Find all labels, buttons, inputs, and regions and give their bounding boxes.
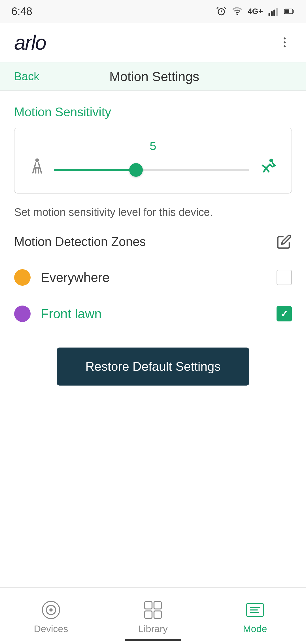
nav-item-devices[interactable]: Devices bbox=[0, 597, 102, 634]
nav-item-library[interactable]: Library bbox=[102, 597, 204, 634]
bottom-nav: Devices Library Mode bbox=[0, 587, 306, 644]
svg-rect-6 bbox=[273, 10, 275, 16]
checkbox-checkmark: ✓ bbox=[280, 308, 288, 319]
battery-icon bbox=[284, 6, 295, 17]
nav-label-library: Library bbox=[138, 623, 168, 634]
svg-rect-19 bbox=[154, 611, 162, 618]
restore-defaults-button[interactable]: Restore Default Settings bbox=[57, 348, 249, 386]
fast-motion-icon bbox=[258, 158, 277, 182]
svg-point-11 bbox=[35, 158, 39, 162]
nav-header: Back Motion Settings bbox=[0, 62, 306, 91]
zone-dot-frontlawn bbox=[14, 306, 31, 322]
slider-row bbox=[29, 158, 277, 182]
page-title: Motion Settings bbox=[39, 69, 269, 84]
back-button[interactable]: Back bbox=[14, 70, 39, 83]
nav-label-mode: Mode bbox=[243, 623, 267, 634]
library-icon bbox=[143, 600, 163, 620]
home-indicator bbox=[125, 639, 181, 641]
main-content: Motion Sensitivity 5 bbox=[0, 91, 306, 400]
svg-line-1 bbox=[217, 7, 218, 9]
more-dot-1 bbox=[284, 37, 286, 39]
svg-rect-7 bbox=[276, 8, 278, 16]
motion-detection-zones-section: Motion Detection Zones Everywhere Front … bbox=[14, 234, 292, 386]
wifi-icon bbox=[232, 6, 243, 17]
devices-icon bbox=[41, 600, 61, 620]
more-dot-3 bbox=[284, 45, 286, 47]
app-header: arlo bbox=[0, 23, 306, 62]
mode-icon bbox=[245, 600, 265, 620]
svg-point-15 bbox=[49, 608, 53, 612]
svg-rect-18 bbox=[145, 611, 152, 618]
slider-value: 5 bbox=[29, 139, 277, 153]
zone-label-everywhere: Everywhere bbox=[41, 270, 277, 285]
slider-track[interactable] bbox=[54, 169, 249, 171]
svg-rect-4 bbox=[269, 13, 270, 16]
svg-rect-17 bbox=[154, 602, 162, 609]
zone-checkbox-frontlawn[interactable]: ✓ bbox=[277, 306, 292, 321]
app-logo: arlo bbox=[14, 31, 46, 54]
svg-rect-5 bbox=[271, 11, 273, 16]
svg-rect-16 bbox=[145, 602, 152, 609]
zones-header: Motion Detection Zones bbox=[14, 234, 292, 249]
status-time: 6:48 bbox=[11, 5, 32, 18]
zone-label-frontlawn: Front lawn bbox=[41, 306, 277, 321]
svg-rect-9 bbox=[285, 9, 289, 13]
slider-fill bbox=[54, 169, 136, 171]
svg-point-12 bbox=[269, 159, 273, 162]
more-options-button[interactable] bbox=[277, 35, 292, 50]
status-bar: 6:48 4G+ bbox=[0, 0, 306, 23]
zone-item-frontlawn[interactable]: Front lawn ✓ bbox=[14, 297, 292, 331]
slider-container: 5 bbox=[14, 128, 292, 193]
zone-item-everywhere[interactable]: Everywhere bbox=[14, 261, 292, 294]
motion-sensitivity-section: Motion Sensitivity 5 bbox=[14, 105, 292, 220]
more-dot-2 bbox=[284, 41, 286, 43]
network-type-icon: 4G+ bbox=[248, 7, 263, 16]
nav-item-mode[interactable]: Mode bbox=[204, 597, 306, 634]
zone-checkbox-everywhere[interactable] bbox=[277, 270, 292, 285]
svg-line-2 bbox=[224, 7, 226, 9]
slow-motion-icon bbox=[29, 158, 46, 182]
nav-label-devices: Devices bbox=[34, 623, 68, 634]
motion-sensitivity-title: Motion Sensitivity bbox=[14, 105, 292, 119]
slider-thumb[interactable] bbox=[129, 163, 143, 177]
signal-icon bbox=[268, 6, 279, 17]
svg-point-3 bbox=[237, 14, 238, 15]
alarm-icon bbox=[216, 6, 227, 17]
status-icons: 4G+ bbox=[216, 6, 295, 17]
sensitivity-description: Set motion sensitivity level for this de… bbox=[14, 205, 292, 220]
zones-section-title: Motion Detection Zones bbox=[14, 235, 146, 249]
edit-zones-icon[interactable] bbox=[277, 234, 292, 249]
zone-dot-everywhere bbox=[14, 269, 31, 286]
